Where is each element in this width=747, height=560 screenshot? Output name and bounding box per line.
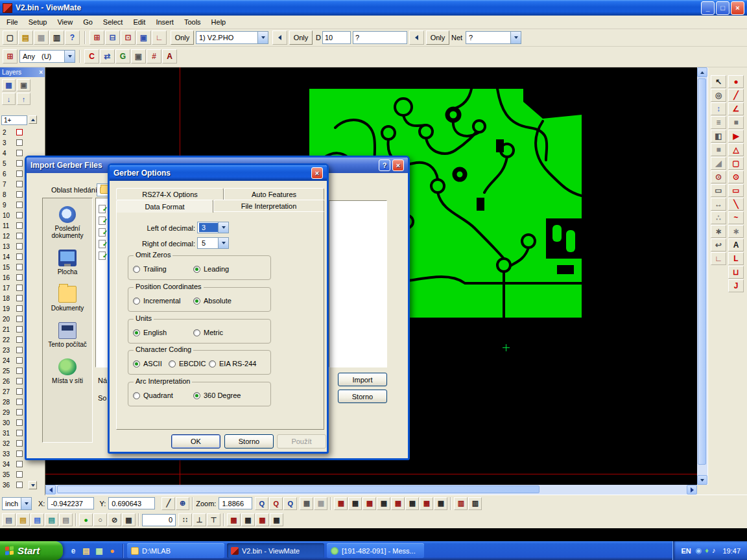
menu-edit[interactable]: Edit	[128, 16, 150, 28]
prev-dcode-button[interactable]	[272, 30, 287, 45]
layer-visibility-checkbox[interactable]	[16, 461, 23, 467]
draw-triangle-tool-icon[interactable]: △	[728, 143, 744, 156]
draw-circle-tool-icon[interactable]: ⊙	[728, 170, 744, 183]
film-view-7-icon[interactable]: ▦	[420, 497, 433, 510]
radio-ascii[interactable]: ASCII	[133, 360, 162, 368]
layer-visibility-checkbox[interactable]	[16, 357, 23, 364]
folder-quicklaunch-icon[interactable]: ▤	[81, 546, 91, 556]
origin-target-icon[interactable]: ⊕	[176, 497, 189, 510]
film-view-3-icon[interactable]: ▦	[362, 497, 376, 510]
scroll-left-icon[interactable]	[45, 485, 56, 495]
layer-list-icon[interactable]: ≡	[711, 116, 726, 129]
radio-360-degree[interactable]: 360 Degree	[193, 391, 241, 399]
dot-grid-icon[interactable]: ∷	[178, 513, 192, 526]
layer-visibility-checkbox[interactable]	[16, 430, 23, 436]
close-button[interactable]: ×	[731, 1, 744, 15]
place-item-1[interactable]: Plocha	[43, 250, 92, 275]
layer-visibility-checkbox[interactable]	[16, 202, 23, 208]
place-item-3[interactable]: Tento počítač	[43, 322, 92, 348]
draw-rect-tool-icon[interactable]: ▢	[728, 157, 744, 170]
layer-visibility-checkbox[interactable]	[16, 160, 23, 167]
zoom-out-icon[interactable]: Q	[283, 497, 297, 510]
scrollbar-thumb[interactable]	[57, 485, 540, 493]
chevron-down-icon[interactable]	[510, 32, 521, 43]
layer-row-34[interactable]: 34	[0, 459, 39, 469]
menu-select[interactable]: Select	[98, 16, 128, 28]
menu-help[interactable]: Help	[206, 16, 231, 28]
gerber-file-item[interactable]: ✓	[99, 228, 108, 237]
layers-close-button[interactable]: ×	[39, 69, 43, 76]
layers-panel-titlebar[interactable]: Layers ×	[0, 67, 45, 77]
layer-visibility-checkbox[interactable]	[16, 378, 23, 384]
units-combobox[interactable]: inch	[2, 497, 32, 510]
layer-visibility-checkbox[interactable]	[16, 368, 23, 374]
tab-data-format[interactable]: Data Format	[116, 200, 213, 213]
radio-metric[interactable]: Metric	[193, 329, 223, 336]
aperture-1-icon[interactable]: ▦	[227, 513, 241, 526]
menu-insert[interactable]: Insert	[150, 16, 179, 28]
layer-set-1-icon[interactable]: ▤	[2, 513, 16, 526]
layer-combobox[interactable]: 1) V2.PHO	[196, 31, 268, 44]
layer-visibility-checkbox[interactable]	[16, 409, 23, 415]
layer-visibility-checkbox[interactable]	[16, 440, 23, 447]
layer-row-3[interactable]: 3	[0, 137, 39, 148]
chevron-down-icon[interactable]	[218, 222, 228, 233]
layer-visibility-checkbox[interactable]	[16, 326, 23, 332]
slant-tool-icon[interactable]: ◢	[711, 157, 726, 170]
grid-major-icon[interactable]: ▦	[300, 497, 313, 510]
zoom-point-icon[interactable]: Q	[255, 497, 268, 510]
menu-view[interactable]: View	[52, 16, 78, 28]
left-of-decimal-select[interactable]: 3	[197, 222, 229, 233]
radio-quadrant[interactable]: Quadrant	[133, 391, 173, 399]
grid-hash-icon[interactable]: #	[147, 49, 161, 64]
dialog-help-button[interactable]: ?	[379, 159, 390, 171]
scrollbar-thumb[interactable]	[698, 78, 706, 465]
film-view-4-icon[interactable]: ▦	[377, 497, 390, 510]
tray-audio-icon[interactable]: ♪	[712, 546, 716, 555]
layer-visibility-checkbox[interactable]	[16, 285, 23, 291]
grid-minor-icon[interactable]: ▦	[314, 497, 327, 510]
spoke-tool-icon[interactable]: ∗	[728, 225, 744, 238]
layer-visibility-checkbox[interactable]	[16, 139, 23, 146]
layer-row-35[interactable]: 35	[0, 469, 39, 480]
open-folder-icon[interactable]: ▤	[18, 30, 33, 45]
dcode-input[interactable]: 10	[322, 31, 351, 44]
diagonal-measure-icon[interactable]: ╱	[161, 497, 175, 510]
tab-auto-features[interactable]: Auto Features	[224, 188, 324, 200]
film-view-8-icon[interactable]: ▦	[434, 497, 447, 510]
dcode-count-field[interactable]: 0	[142, 514, 176, 526]
layer-move-down-icon[interactable]: ↓	[2, 93, 16, 105]
chevron-down-icon[interactable]	[257, 32, 268, 43]
minimize-button[interactable]: _	[701, 1, 715, 15]
ok-button[interactable]: OK	[171, 434, 220, 449]
context-help-icon[interactable]: ?	[65, 30, 80, 45]
menu-file[interactable]: File	[1, 16, 23, 28]
layer-visibility-checkbox[interactable]	[16, 336, 23, 343]
draw-angle-tool-icon[interactable]: ∠	[728, 102, 744, 115]
layer-visibility-checkbox[interactable]	[16, 253, 23, 260]
any-selection-combobox[interactable]: Any (U)	[19, 50, 75, 63]
desktop-quicklaunch-icon[interactable]: ▦	[94, 546, 104, 556]
layer-visibility-checkbox[interactable]	[16, 295, 23, 301]
u-shape-tool-icon[interactable]: ⊔	[728, 266, 744, 279]
undo-tool-icon[interactable]: ↩	[711, 239, 726, 251]
radio-english[interactable]: English	[133, 329, 167, 336]
datum-up-icon[interactable]: ⊥	[193, 513, 206, 526]
aperture-3-icon[interactable]: ▦	[255, 513, 269, 526]
select-frame-icon[interactable]: ⊡	[121, 30, 136, 45]
ruler-angle-icon[interactable]: ∟	[152, 30, 167, 45]
layer-visibility-checkbox[interactable]	[16, 181, 23, 187]
swap-layers-icon[interactable]: ⇄	[100, 49, 115, 64]
layer-visibility-checkbox[interactable]	[16, 399, 23, 405]
chevron-down-icon[interactable]	[218, 238, 228, 248]
taskbar-window-button-1[interactable]: V2.bin - ViewMate	[227, 543, 324, 558]
radio-leading[interactable]: Leading	[193, 265, 229, 273]
place-item-0[interactable]: Poslední dokumenty	[43, 206, 92, 239]
layer-visibility-checkbox[interactable]	[16, 243, 23, 250]
layer-scroll-down-icon[interactable]	[29, 481, 37, 489]
slashed-circle-icon[interactable]: ⊘	[108, 513, 121, 526]
browser-quicklaunch-icon[interactable]: ●	[107, 546, 117, 556]
layer-visibility-checkbox[interactable]	[16, 170, 23, 177]
layer-visibility-checkbox[interactable]	[16, 222, 23, 229]
language-indicator[interactable]: EN	[681, 547, 691, 555]
